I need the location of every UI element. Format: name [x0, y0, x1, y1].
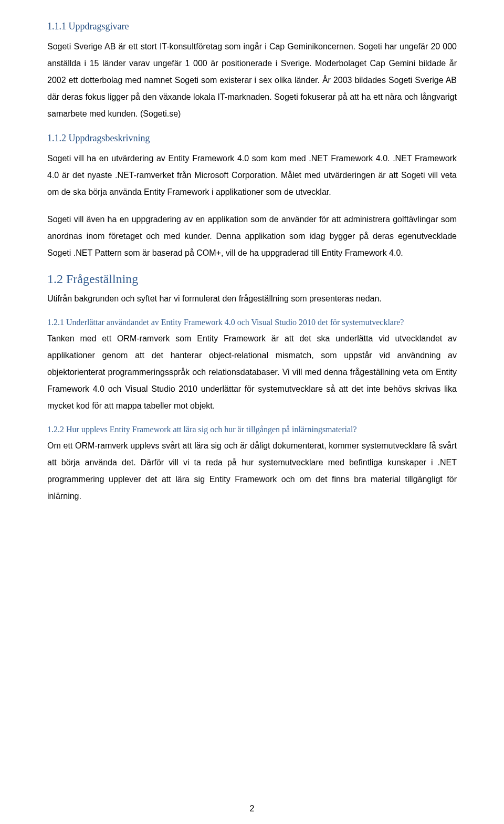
- paragraph: Om ett ORM-ramverk upplevs svårt att lär…: [47, 437, 457, 505]
- document-page: 1.1.1 Uppdragsgivare Sogeti Sverige AB ä…: [0, 0, 504, 824]
- page-number: 2: [0, 804, 504, 813]
- heading-1-2-2: 1.2.2 Hur upplevs Entity Framework att l…: [47, 425, 457, 434]
- heading-1-1-2: 1.1.2 Uppdragsbeskrivning: [47, 133, 457, 144]
- paragraph: Sogeti vill ha en utvärdering av Entity …: [47, 150, 457, 201]
- paragraph: Tanken med ett ORM-ramverk som Entity Fr…: [47, 330, 457, 414]
- heading-1-2: 1.2 Frågeställning: [47, 272, 457, 286]
- paragraph: Utifrån bakgrunden och syftet har vi for…: [47, 290, 457, 307]
- heading-1-1-1: 1.1.1 Uppdragsgivare: [47, 21, 457, 32]
- paragraph: Sogeti Sverige AB är ett stort IT-konsul…: [47, 38, 457, 122]
- paragraph: Sogeti vill även ha en uppgradering av e…: [47, 211, 457, 262]
- heading-1-2-1: 1.2.1 Underlättar användandet av Entity …: [47, 318, 457, 327]
